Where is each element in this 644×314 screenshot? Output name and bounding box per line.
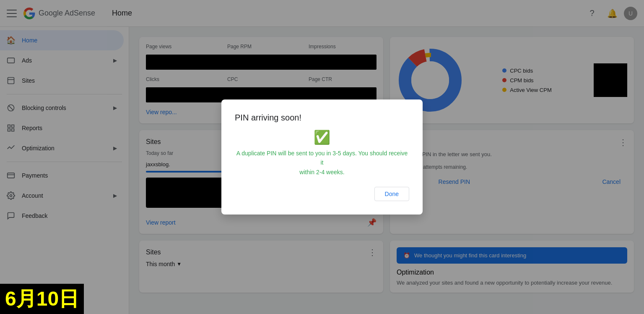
modal-actions: Done	[235, 187, 409, 201]
modal-body: A duplicate PIN will be sent to you in 3…	[235, 149, 409, 177]
modal-overlay: PIN arriving soon! ✅ A duplicate PIN wil…	[0, 0, 644, 314]
modal-body-text: A duplicate PIN will be sent to you in 3…	[236, 150, 408, 175]
pin-arriving-modal: PIN arriving soon! ✅ A duplicate PIN wil…	[221, 99, 423, 215]
date-banner: 6月10日	[0, 284, 84, 314]
modal-check-icon: ✅	[235, 129, 409, 145]
date-text: 6月10日	[5, 288, 79, 310]
modal-title: PIN arriving soon!	[235, 113, 409, 123]
done-button[interactable]: Done	[374, 187, 409, 201]
